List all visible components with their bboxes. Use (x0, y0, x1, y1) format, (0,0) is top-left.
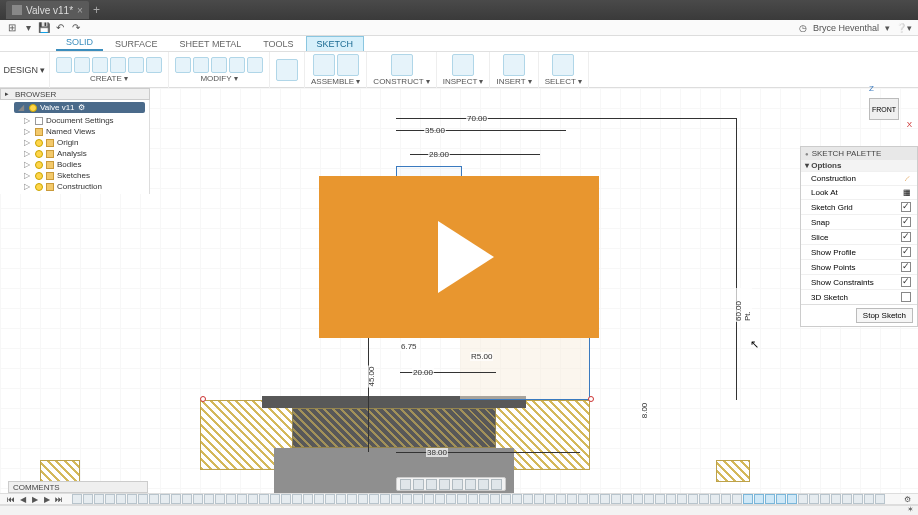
sketch-point[interactable] (200, 396, 206, 402)
timeline-feature[interactable] (468, 494, 478, 504)
stop-sketch-button[interactable]: Stop Sketch (856, 308, 913, 323)
timeline-feature[interactable] (743, 494, 753, 504)
sketch-point[interactable] (588, 396, 594, 402)
timeline-feature[interactable] (347, 494, 357, 504)
option-3d-sketch[interactable]: 3D Sketch (801, 289, 917, 304)
palette-header[interactable]: SKETCH PALETTE (801, 147, 917, 160)
inspect-icon[interactable] (452, 54, 474, 76)
group-select-label[interactable]: SELECT ▾ (545, 77, 582, 86)
option-show-profile[interactable]: Show Profile (801, 244, 917, 259)
option-construction[interactable]: Construction⟋ (801, 171, 917, 185)
modify-icon[interactable] (175, 57, 191, 73)
group-insert-label[interactable]: INSERT ▾ (496, 77, 531, 86)
timeline-feature[interactable] (754, 494, 764, 504)
browser-header[interactable]: BROWSER (0, 88, 150, 100)
timeline-feature[interactable] (248, 494, 258, 504)
design-workspace-button[interactable]: DESIGN ▾ (0, 52, 50, 88)
timeline-feature[interactable] (644, 494, 654, 504)
settings-icon[interactable]: ✶ (907, 505, 914, 514)
tree-item-origin[interactable]: ▷Origin (0, 137, 149, 148)
checkbox[interactable] (901, 292, 911, 302)
move-icon[interactable] (276, 59, 298, 81)
checkbox[interactable] (901, 247, 911, 257)
modify-icon[interactable] (247, 57, 263, 73)
dimension[interactable]: 60.00 Pt. (734, 288, 752, 322)
visibility-icon[interactable] (35, 139, 43, 147)
timeline-feature[interactable] (655, 494, 665, 504)
visibility-icon[interactable] (35, 172, 43, 180)
timeline-feature[interactable] (512, 494, 522, 504)
visibility-icon[interactable] (35, 161, 43, 169)
timeline-feature[interactable] (534, 494, 544, 504)
checkbox[interactable] (901, 217, 911, 227)
timeline-feature[interactable] (127, 494, 137, 504)
dimension[interactable]: 28.00 (428, 150, 450, 159)
timeline-feature[interactable] (864, 494, 874, 504)
group-create-label[interactable]: CREATE ▾ (90, 74, 128, 83)
view-cube-face[interactable]: FRONT (869, 98, 899, 120)
save-icon[interactable]: 💾 (38, 22, 50, 34)
expand-icon[interactable]: ◢ (18, 103, 26, 112)
tab-solid[interactable]: SOLID (56, 35, 103, 51)
insert-icon[interactable] (503, 54, 525, 76)
timeline-feature[interactable] (875, 494, 885, 504)
timeline-feature[interactable] (424, 494, 434, 504)
option-slice[interactable]: Slice (801, 229, 917, 244)
tree-item-named-views[interactable]: ▷Named Views (0, 126, 149, 137)
timeline-feature[interactable] (710, 494, 720, 504)
tree-root[interactable]: ◢ Valve v11 ⚙ (14, 102, 145, 113)
viewport-icon[interactable] (491, 479, 502, 490)
timeline-feature[interactable] (193, 494, 203, 504)
modify-icon[interactable] (229, 57, 245, 73)
timeline-prev-icon[interactable]: ◀ (18, 495, 27, 504)
timeline-feature[interactable] (149, 494, 159, 504)
timeline-feature[interactable] (72, 494, 82, 504)
timeline-settings-icon[interactable]: ⚙ (903, 495, 912, 504)
dimension[interactable]: 20.00 (412, 368, 434, 377)
group-modify-label[interactable]: MODIFY ▾ (200, 74, 237, 83)
create-icon[interactable] (92, 57, 108, 73)
palette-section-options[interactable]: ▾ Options (801, 160, 917, 171)
timeline-next-icon[interactable]: ▶ (42, 495, 51, 504)
gear-icon[interactable]: ⚙ (78, 103, 85, 112)
assemble-icon[interactable] (313, 54, 335, 76)
tree-item-bodies[interactable]: ▷Bodies (0, 159, 149, 170)
create-icon[interactable] (110, 57, 126, 73)
timeline-feature[interactable] (523, 494, 533, 504)
timeline-feature[interactable] (303, 494, 313, 504)
timeline-feature[interactable] (94, 494, 104, 504)
visibility-icon[interactable] (35, 183, 43, 191)
timeline-end-icon[interactable]: ⏭ (54, 495, 63, 504)
create-icon[interactable] (128, 57, 144, 73)
option-sketch-grid[interactable]: Sketch Grid (801, 199, 917, 214)
timeline-feature[interactable] (611, 494, 621, 504)
timeline-feature[interactable] (270, 494, 280, 504)
option-look-at[interactable]: Look At▦ (801, 185, 917, 199)
timeline-feature[interactable] (237, 494, 247, 504)
timeline-feature[interactable] (391, 494, 401, 504)
tree-item-sketches[interactable]: ▷Sketches (0, 170, 149, 181)
timeline-feature[interactable] (105, 494, 115, 504)
view-cube[interactable]: FRONT (864, 88, 904, 128)
redo-icon[interactable]: ↷ (70, 22, 82, 34)
create-icon[interactable] (56, 57, 72, 73)
timeline-feature[interactable] (556, 494, 566, 504)
timeline-feature[interactable] (501, 494, 511, 504)
timeline-feature[interactable] (314, 494, 324, 504)
option-snap[interactable]: Snap (801, 214, 917, 229)
tab-surface[interactable]: SURFACE (105, 37, 168, 51)
timeline-feature[interactable] (633, 494, 643, 504)
grid-icon[interactable] (478, 479, 489, 490)
checkbox[interactable] (901, 277, 911, 287)
timeline-feature[interactable] (83, 494, 93, 504)
dimension[interactable]: 38.00 (426, 448, 448, 457)
timeline-feature[interactable] (721, 494, 731, 504)
timeline-feature[interactable] (292, 494, 302, 504)
timeline-feature[interactable] (171, 494, 181, 504)
timeline-feature[interactable] (622, 494, 632, 504)
timeline-feature[interactable] (765, 494, 775, 504)
document-tab[interactable]: Valve v11* × (6, 1, 89, 19)
timeline-feature[interactable] (732, 494, 742, 504)
user-area[interactable]: ◷ Bryce Heventhal ▾ ❔▾ (799, 23, 912, 33)
tree-item-construction[interactable]: ▷Construction (0, 181, 149, 192)
